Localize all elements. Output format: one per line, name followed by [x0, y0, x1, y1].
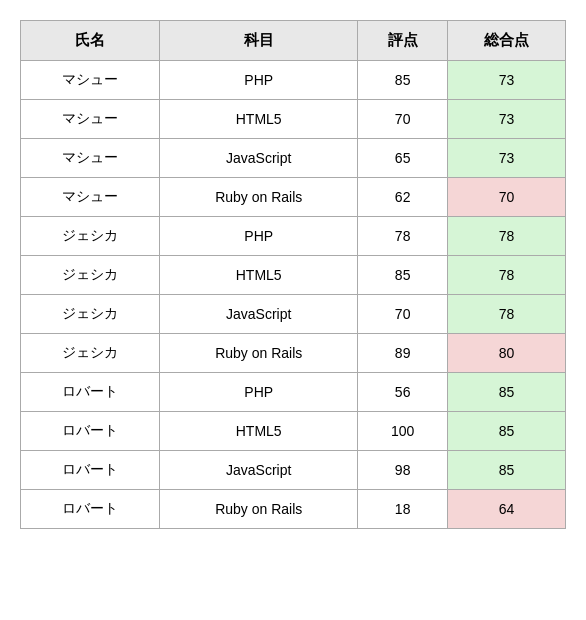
cell-total: 78 — [447, 256, 565, 295]
table-row: ロバートPHP5685 — [21, 373, 566, 412]
cell-score: 18 — [358, 490, 448, 529]
cell-score: 70 — [358, 100, 448, 139]
cell-total: 64 — [447, 490, 565, 529]
cell-name: マシュー — [21, 178, 160, 217]
cell-score: 62 — [358, 178, 448, 217]
cell-subject: Ruby on Rails — [160, 178, 358, 217]
table-row: ロバートRuby on Rails1864 — [21, 490, 566, 529]
cell-name: ロバート — [21, 490, 160, 529]
table-row: マシューJavaScript6573 — [21, 139, 566, 178]
cell-score: 56 — [358, 373, 448, 412]
cell-subject: HTML5 — [160, 100, 358, 139]
cell-name: ロバート — [21, 373, 160, 412]
cell-total: 78 — [447, 217, 565, 256]
cell-score: 70 — [358, 295, 448, 334]
cell-total: 73 — [447, 139, 565, 178]
cell-subject: Ruby on Rails — [160, 490, 358, 529]
table-row: ロバートJavaScript9885 — [21, 451, 566, 490]
cell-name: ジェシカ — [21, 295, 160, 334]
table-row: ジェシカHTML58578 — [21, 256, 566, 295]
cell-subject: PHP — [160, 217, 358, 256]
cell-score: 85 — [358, 256, 448, 295]
table-row: ロバートHTML510085 — [21, 412, 566, 451]
cell-score: 65 — [358, 139, 448, 178]
cell-name: ジェシカ — [21, 334, 160, 373]
cell-name: マシュー — [21, 100, 160, 139]
cell-subject: JavaScript — [160, 451, 358, 490]
cell-total: 85 — [447, 373, 565, 412]
cell-score: 98 — [358, 451, 448, 490]
cell-score: 100 — [358, 412, 448, 451]
cell-name: マシュー — [21, 61, 160, 100]
cell-score: 89 — [358, 334, 448, 373]
cell-total: 70 — [447, 178, 565, 217]
cell-total: 73 — [447, 61, 565, 100]
table-header-row: 氏名 科目 評点 総合点 — [21, 21, 566, 61]
header-total: 総合点 — [447, 21, 565, 61]
cell-subject: HTML5 — [160, 412, 358, 451]
cell-subject: JavaScript — [160, 139, 358, 178]
scores-table: 氏名 科目 評点 総合点 マシューPHP8573マシューHTML57073マシュ… — [20, 20, 566, 529]
cell-subject: PHP — [160, 61, 358, 100]
cell-total: 80 — [447, 334, 565, 373]
table-row: ジェシカPHP7878 — [21, 217, 566, 256]
cell-name: ロバート — [21, 451, 160, 490]
header-name: 氏名 — [21, 21, 160, 61]
cell-score: 78 — [358, 217, 448, 256]
cell-total: 85 — [447, 451, 565, 490]
cell-subject: PHP — [160, 373, 358, 412]
cell-score: 85 — [358, 61, 448, 100]
cell-name: ジェシカ — [21, 217, 160, 256]
header-subject: 科目 — [160, 21, 358, 61]
table-row: マシューHTML57073 — [21, 100, 566, 139]
cell-subject: HTML5 — [160, 256, 358, 295]
table-row: マシューRuby on Rails6270 — [21, 178, 566, 217]
cell-subject: JavaScript — [160, 295, 358, 334]
cell-total: 73 — [447, 100, 565, 139]
cell-total: 78 — [447, 295, 565, 334]
table-row: マシューPHP8573 — [21, 61, 566, 100]
cell-total: 85 — [447, 412, 565, 451]
header-score: 評点 — [358, 21, 448, 61]
table-row: ジェシカJavaScript7078 — [21, 295, 566, 334]
cell-name: ジェシカ — [21, 256, 160, 295]
table-row: ジェシカRuby on Rails8980 — [21, 334, 566, 373]
cell-name: ロバート — [21, 412, 160, 451]
cell-subject: Ruby on Rails — [160, 334, 358, 373]
cell-name: マシュー — [21, 139, 160, 178]
